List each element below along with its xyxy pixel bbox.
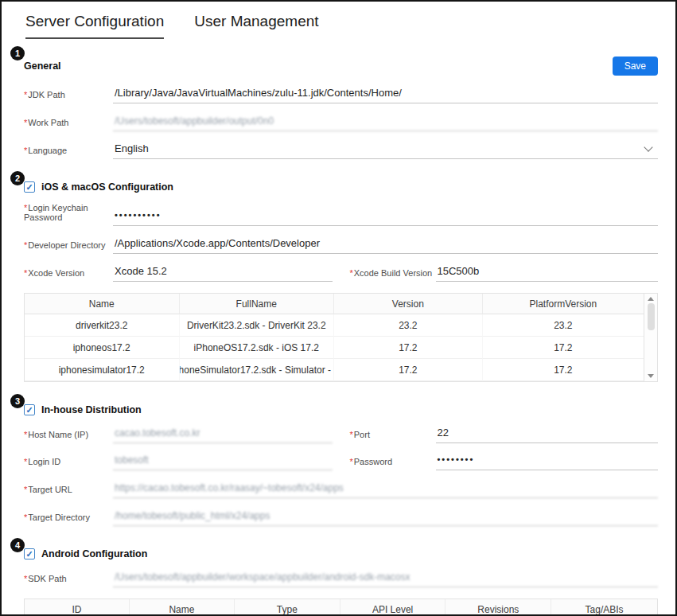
column-header-api-level: API Level: [340, 599, 446, 616]
cell-fullname: DriverKit23.2.sdk - DriverKit 23.2: [180, 314, 335, 337]
step-1-badge: 1: [10, 46, 25, 60]
inhouse-distribution-checkbox[interactable]: [24, 404, 35, 415]
xcode-build-version-input[interactable]: 15C500b: [436, 264, 659, 282]
password-label: *Password: [350, 457, 436, 470]
cell-fullname: iPhoneOS17.2.sdk - iOS 17.2: [180, 337, 335, 359]
column-header-name: Name: [25, 294, 180, 314]
settings-content: 1 General Save *JDK Path /Library/Java/J…: [2, 57, 675, 616]
cell-name: iphonesimulator17.2: [25, 359, 180, 381]
sdk-path-label: *SDK Path: [24, 574, 113, 587]
host-port-row: *Host Name (IP) cacao.tobesoft.co.kr *Po…: [24, 426, 658, 443]
language-selected-value: English: [115, 142, 149, 154]
ios-sdk-table-header: Name FullName Version PlatformVersion: [25, 294, 644, 314]
required-marker: *: [24, 146, 27, 155]
scrollbar-thumb[interactable]: [648, 303, 655, 330]
required-marker: *: [24, 430, 27, 439]
scroll-up-icon[interactable]: [648, 297, 654, 301]
language-label: *Language: [24, 146, 113, 159]
step-3-badge: 3: [10, 394, 25, 408]
port-input[interactable]: 22: [436, 426, 659, 443]
host-name-label: *Host Name (IP): [24, 430, 113, 443]
column-header-version: Version: [334, 294, 483, 314]
cell-name: driverkit23.2: [25, 314, 180, 337]
login-password-row: *Login ID tobesoft *Password ••••••••: [24, 454, 658, 470]
required-marker: *: [350, 268, 353, 278]
android-sdk-table: ID Name Type API Level Revisions Tag/ABI…: [24, 598, 658, 616]
cell-name: iphoneos17.2: [25, 337, 180, 359]
language-select[interactable]: English: [113, 142, 658, 159]
cell-platformversion: 17.2: [483, 337, 644, 359]
sdk-path-row: *SDK Path /Users/tobesoft/appbuilder/wor…: [24, 570, 658, 587]
ios-macos-checkbox[interactable]: [24, 181, 35, 193]
xcode-build-version-label: *Xcode Build Version: [350, 268, 436, 282]
port-label: *Port: [350, 430, 436, 443]
cell-version: 23.2: [334, 314, 483, 337]
tab-user-management[interactable]: User Management: [194, 13, 318, 39]
target-directory-label: *Target Directory: [24, 513, 113, 526]
keychain-password-input[interactable]: ••••••••••: [113, 209, 658, 226]
section-title-inhouse: In-house Distribution: [41, 404, 142, 415]
required-marker: *: [24, 90, 27, 99]
section-ios-macos: 2 iOS & macOS Configuration *Login Keych…: [24, 181, 658, 382]
tab-server-configuration[interactable]: Server Configuration: [25, 13, 164, 39]
xcode-version-label: *Xcode Version: [24, 268, 113, 282]
target-url-row: *Target URL https://cacao.tobesoft.co.kr…: [24, 481, 658, 498]
target-url-label: *Target URL: [24, 485, 113, 498]
section-android-configuration: 4 Android Configuration *SDK Path /Users…: [24, 548, 658, 616]
required-marker: *: [24, 485, 27, 494]
chevron-down-icon: [644, 142, 652, 151]
column-header-name: Name: [130, 599, 235, 616]
column-header-revisions: Revisions: [445, 599, 551, 616]
table-row[interactable]: iphonesimulator17.2 iPhoneSimulator17.2.…: [25, 359, 644, 381]
cell-platformversion: 17.2: [483, 359, 644, 381]
server-config-window: Server Configuration User Management 1 G…: [0, 0, 677, 616]
scroll-down-icon[interactable]: [648, 374, 654, 378]
keychain-password-row: *Login Keychain Password ••••••••••: [24, 203, 658, 226]
login-id-label: *Login ID: [24, 457, 113, 470]
cell-platformversion: 23.2: [483, 314, 644, 337]
login-id-input[interactable]: tobesoft: [113, 454, 333, 470]
ios-sdk-table: Name FullName Version PlatformVersion dr…: [24, 293, 658, 382]
work-path-row: *Work Path /Users/tobesoft/appbuilder/ou…: [24, 114, 658, 131]
vertical-scrollbar[interactable]: [644, 294, 657, 381]
required-marker: *: [350, 430, 353, 439]
section-title-ios-macos: iOS & macOS Configuration: [41, 181, 173, 193]
required-marker: *: [24, 203, 27, 212]
required-marker: *: [24, 574, 27, 583]
keychain-password-label: *Login Keychain Password: [24, 203, 113, 226]
save-button[interactable]: Save: [613, 57, 658, 76]
required-marker: *: [24, 268, 27, 278]
cell-version: 17.2: [334, 337, 483, 359]
target-directory-input[interactable]: /home/tobesoft/public_html/x24/apps: [113, 509, 658, 526]
password-input[interactable]: ••••••••: [436, 454, 659, 470]
column-header-id: ID: [25, 599, 130, 616]
cell-version: 17.2: [334, 359, 483, 381]
table-row[interactable]: driverkit23.2 DriverKit23.2.sdk - Driver…: [25, 314, 644, 337]
language-row: *Language English: [24, 142, 658, 159]
tab-bar: Server Configuration User Management: [2, 2, 675, 39]
column-header-tag-abis: Tag/ABIs: [551, 599, 657, 616]
host-name-input[interactable]: cacao.tobesoft.co.kr: [113, 427, 333, 443]
required-marker: *: [24, 457, 27, 466]
jdk-path-input[interactable]: /Library/Java/JavaVirtualMachines/zulu-1…: [113, 86, 658, 103]
developer-directory-input[interactable]: /Applications/Xcode.app/Contents/Develop…: [113, 236, 658, 254]
column-header-fullname: FullName: [180, 294, 335, 314]
developer-directory-label: *Developer Directory: [24, 240, 113, 254]
xcode-version-row: *Xcode Version Xcode 15.2 *Xcode Build V…: [24, 264, 658, 282]
section-title-general: General: [24, 60, 61, 72]
section-general: 1 General Save *JDK Path /Library/Java/J…: [24, 57, 658, 159]
required-marker: *: [24, 513, 27, 522]
required-marker: *: [24, 118, 27, 127]
required-marker: *: [350, 457, 353, 466]
xcode-version-input[interactable]: Xcode 15.2: [113, 264, 333, 282]
section-title-android: Android Configuration: [41, 548, 147, 559]
target-directory-row: *Target Directory /home/tobesoft/public_…: [24, 509, 658, 526]
step-4-badge: 4: [10, 538, 25, 552]
jdk-path-row: *JDK Path /Library/Java/JavaVirtualMachi…: [24, 86, 658, 103]
sdk-path-input[interactable]: /Users/tobesoft/appbuilder/workspace/app…: [113, 571, 658, 587]
android-configuration-checkbox[interactable]: [24, 548, 35, 559]
work-path-input[interactable]: /Users/tobesoft/appbuilder/output/0n0: [113, 115, 658, 131]
target-url-input[interactable]: https://cacao.tobesoft.co.kr/raasay/~tob…: [113, 481, 658, 498]
cell-fullname: iPhoneSimulator17.2.sdk - Simulator - iC: [180, 359, 335, 381]
table-row[interactable]: iphoneos17.2 iPhoneOS17.2.sdk - iOS 17.2…: [25, 337, 644, 359]
